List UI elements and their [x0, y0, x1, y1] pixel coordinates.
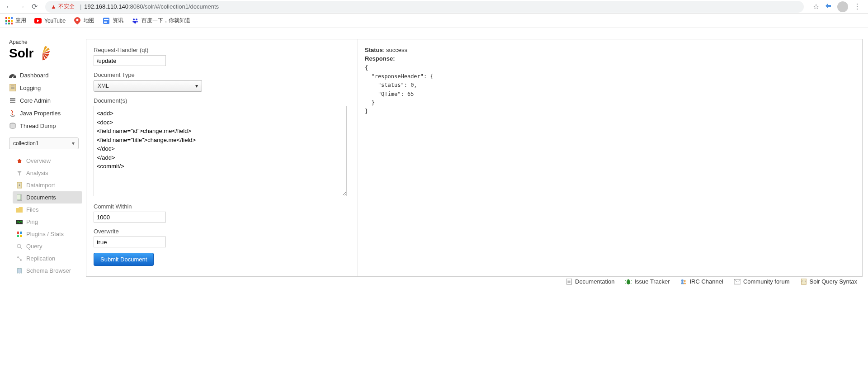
core-selector[interactable]: collection1 ▾	[9, 137, 79, 149]
nav-core-admin-label: Core Admin	[20, 97, 51, 104]
svg-rect-23	[17, 194, 21, 200]
bug-icon	[625, 279, 632, 283]
nav-dashboard[interactable]: Dashboard	[5, 69, 82, 81]
footer-issue-tracker[interactable]: Issue Tracker	[625, 278, 670, 282]
subnav-schema-label: Schema Browser	[26, 267, 71, 274]
logo: Apache Solr	[9, 39, 82, 62]
svg-rect-34	[567, 279, 572, 283]
nav-thread-dump[interactable]: Thread Dump	[5, 119, 82, 132]
url-bar[interactable]: ▲ 不安全 | 192.168.110.140:8080/solr/#/coll…	[45, 1, 804, 13]
bookmark-youtube[interactable]: YouTube	[34, 17, 66, 24]
logo-brand-main: Solr	[9, 46, 33, 61]
import-icon	[16, 182, 23, 189]
nav-dashboard-label: Dashboard	[20, 72, 49, 79]
browser-menu-icon[interactable]: ⋮	[854, 2, 861, 11]
documents-textarea[interactable]	[94, 106, 347, 196]
subnav-documents[interactable]: Documents	[13, 191, 82, 204]
solr-sun-icon	[34, 45, 51, 62]
bookmark-baidu[interactable]: 百度一下，你就知道	[132, 17, 190, 24]
logo-brand-top: Apache	[9, 39, 82, 45]
plugins-icon	[16, 231, 23, 237]
subnav-overview[interactable]: Overview	[13, 155, 82, 167]
doc-icon	[566, 279, 572, 283]
nav-java-properties[interactable]: Java Properties	[5, 107, 82, 119]
subnav-replication[interactable]: Replication	[13, 252, 82, 265]
nav-logging[interactable]: Logging	[5, 81, 82, 94]
nav-core-admin[interactable]: Core Admin	[5, 94, 82, 107]
java-icon	[9, 109, 16, 117]
documents-icon	[16, 194, 23, 201]
svg-line-41	[631, 280, 632, 281]
url-path: /solr/#/collection1/documents	[143, 3, 219, 10]
svg-rect-5	[104, 22, 107, 23]
svg-rect-25	[17, 232, 19, 234]
folder-icon	[16, 207, 23, 213]
svg-point-6	[133, 19, 135, 20]
dashboard-icon	[9, 71, 16, 79]
svg-rect-16	[10, 98, 15, 99]
bookmark-apps[interactable]: 应用	[5, 17, 26, 24]
logging-icon	[9, 84, 16, 91]
svg-rect-3	[104, 19, 108, 20]
svg-point-1	[76, 19, 79, 21]
request-handler-input[interactable]	[94, 55, 166, 66]
svg-rect-27	[17, 235, 19, 237]
bookmark-star-icon[interactable]: ☆	[813, 2, 819, 11]
bookmark-maps[interactable]: 地图	[74, 17, 94, 24]
overwrite-label: Overwrite	[94, 228, 350, 235]
svg-point-44	[681, 279, 684, 281]
subnav-plugins[interactable]: Plugins / Stats	[13, 228, 82, 240]
svg-rect-28	[20, 235, 22, 237]
footer-forum[interactable]: Community forum	[734, 278, 790, 282]
back-button[interactable]: ←	[4, 1, 14, 12]
subnav-schema[interactable]: Schema Browser	[13, 265, 82, 277]
funnel-icon	[16, 170, 23, 176]
subnav-files-label: Files	[26, 206, 38, 213]
svg-point-45	[684, 280, 686, 282]
subnav-dataimport-label: Dataimport	[26, 182, 55, 189]
commit-within-input[interactable]	[94, 212, 166, 223]
bookmark-news[interactable]: 资讯	[103, 17, 123, 24]
subnav-analysis[interactable]: Analysis	[13, 167, 82, 179]
svg-point-29	[17, 244, 21, 248]
content-panel: Request-Handler (qt) Document Type XML ▾…	[86, 39, 863, 277]
subnav-query[interactable]: Query	[13, 240, 82, 252]
response-panel: Status: success Response: { "responseHea…	[358, 39, 862, 276]
replication-icon	[16, 256, 23, 262]
chevron-down-icon: ▾	[72, 140, 75, 147]
news-icon	[103, 17, 110, 24]
overwrite-input[interactable]	[94, 237, 166, 247]
insecure-label: 不安全	[58, 3, 75, 10]
core-selector-value: collection1	[13, 140, 39, 147]
nav-thread-dump-label: Thread Dump	[20, 123, 56, 129]
subnav-ping[interactable]: Ping	[13, 216, 82, 228]
svg-point-39	[627, 279, 630, 281]
mail-icon	[734, 279, 741, 283]
reload-button[interactable]: ⟳	[29, 1, 40, 12]
profile-avatar[interactable]	[837, 1, 848, 12]
forward-button[interactable]: →	[16, 1, 27, 12]
subnav-ping-label: Ping	[26, 218, 38, 225]
nav-java-props-label: Java Properties	[20, 110, 61, 117]
svg-rect-17	[10, 100, 15, 101]
footer-documentation[interactable]: Documentation	[566, 278, 614, 282]
extension-icon[interactable]	[825, 2, 832, 11]
response-body: { "responseHeader": { "status": 0, "QTim…	[365, 64, 855, 116]
submit-document-button[interactable]: Submit Document	[94, 253, 154, 266]
sidebar: Apache Solr	[5, 39, 82, 277]
subnav-files[interactable]: Files	[13, 204, 82, 216]
svg-line-40	[625, 280, 626, 281]
svg-point-9	[136, 21, 138, 23]
bookmarks-bar: 应用 YouTube 地图 资讯 百度一下，你就知道	[0, 14, 868, 28]
nav-logging-label: Logging	[20, 85, 41, 91]
footer-irc[interactable]: IRC Channel	[680, 278, 723, 282]
subnav-replication-label: Replication	[26, 255, 55, 262]
svg-rect-4	[104, 21, 107, 22]
footer-query-syntax[interactable]: Solr Query Syntax	[801, 278, 858, 282]
request-handler-label: Request-Handler (qt)	[94, 47, 350, 53]
chevron-down-icon: ▾	[195, 83, 198, 89]
subnav-query-label: Query	[26, 243, 42, 250]
subnav-dataimport[interactable]: Dataimport	[13, 179, 82, 191]
doc-type-select[interactable]: XML ▾	[94, 80, 202, 92]
script-icon	[801, 279, 807, 283]
